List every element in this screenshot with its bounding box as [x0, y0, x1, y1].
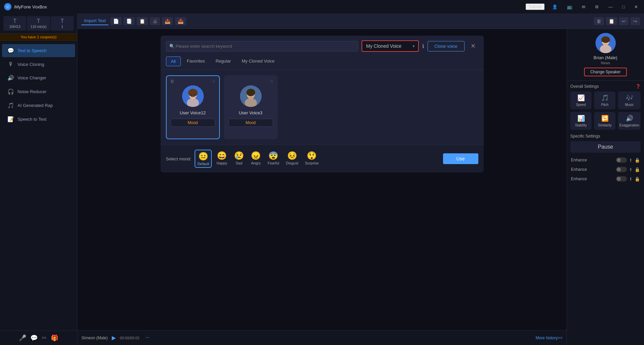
enhance-toggle-3[interactable]: [616, 176, 627, 182]
delete-card-icon-1[interactable]: 🗑: [170, 79, 174, 84]
nav-label-voice-cloning: Voice Cloning: [18, 62, 44, 67]
settings-pitch[interactable]: 🎵 Pitch: [594, 91, 615, 109]
waveform-icon: 〰: [145, 336, 149, 340]
tab-favorites[interactable]: Favorites: [182, 56, 209, 66]
use-button[interactable]: Use: [443, 153, 478, 164]
settings-music[interactable]: 🎶 Music: [618, 91, 641, 109]
mail-icon[interactable]: ✉: [580, 4, 587, 10]
dialog-header: 🔍 My Cloned Voice All Favorites Regular: [161, 36, 484, 56]
mood-fearful[interactable]: 😨 Fearful: [266, 150, 281, 168]
sidebar-item-text-to-speech[interactable]: 💬 Text to Speech: [2, 44, 75, 57]
titlebar-right: Tutorial 👤 📺 ✉ ⚙ — □ ✕: [526, 3, 640, 10]
titlebar: i iMyFone VoxBox Tutorial 👤 📺 ✉ ⚙ — □ ✕: [0, 0, 644, 13]
minutes-icon: T: [37, 18, 40, 24]
mood-sad[interactable]: 😢 Sad: [232, 150, 246, 168]
tutorial-button[interactable]: Tutorial: [526, 3, 545, 10]
toolbar-delete-btn[interactable]: 🗑: [594, 17, 604, 25]
caption-icon[interactable]: 💬: [30, 334, 38, 342]
toolbar-btn-4[interactable]: 🖨: [150, 17, 160, 25]
enhance-lock-icon-3[interactable]: 🔒: [635, 177, 640, 182]
tab-all[interactable]: All: [166, 56, 181, 66]
import-text-tab[interactable]: Import Text: [81, 17, 108, 25]
dialog-tabs: All Favorites Regular My Cloned Voice: [161, 56, 484, 70]
mood-disgust[interactable]: 😣 Disgust: [284, 150, 300, 168]
editor-area[interactable]: 🔍 My Cloned Voice All Favorites Regular: [77, 29, 567, 330]
main-layout: T 106413 T 116 min(s) T 1 You have 1 cou…: [0, 13, 644, 345]
clone-voice-button[interactable]: Clone voice: [428, 41, 465, 51]
help-icon[interactable]: ❓: [636, 84, 641, 89]
mic-icon[interactable]: 🎤: [19, 334, 26, 342]
svg-point-16: [600, 45, 611, 53]
enhance-lock-icon-1[interactable]: 🔒: [635, 158, 640, 163]
sidebar-item-noise-reducer[interactable]: 🎧 Noise Reducer: [2, 85, 75, 98]
mood-items: 😐 Default 😄 Happy 😢 S: [195, 150, 439, 168]
toolbar-btn-6[interactable]: 📥: [175, 17, 186, 25]
toolbar-btn-3[interactable]: 📋: [137, 17, 148, 25]
change-speaker-button[interactable]: Change Speaker: [584, 68, 626, 76]
voice-type-dropdown[interactable]: My Cloned Voice All Favorites Regular: [362, 40, 419, 52]
tab-regular[interactable]: Regular: [211, 56, 236, 66]
nav-label-ai-rap: AI Generated Rap: [18, 103, 53, 108]
favorite-icon-1[interactable]: ☆: [212, 79, 216, 84]
sidebar-item-ai-rap[interactable]: 🎵 AI Generated Rap: [2, 99, 75, 112]
mood-surprise[interactable]: 😲 Surprise: [303, 150, 321, 168]
enhance-toggle-1[interactable]: [616, 157, 627, 163]
enhance-upload-icon-1[interactable]: ⬆: [629, 158, 633, 163]
sidebar-item-speech-to-text[interactable]: 📝 Speech to Text: [2, 113, 75, 126]
toolbar-btn-1[interactable]: 📄: [110, 17, 122, 25]
enhance-lock-icon-2[interactable]: 🔒: [635, 167, 640, 172]
settings-speed[interactable]: 📈 Speed: [570, 91, 591, 109]
close-button[interactable]: ✕: [632, 4, 640, 10]
cut-icon[interactable]: ✂: [42, 334, 47, 342]
time-display: 00:00/00:02: [120, 336, 139, 340]
stability-label: Stability: [575, 123, 587, 127]
nav-label-speech-to-text: Speech to Text: [18, 117, 46, 122]
info-icon[interactable]: ℹ: [422, 43, 424, 49]
screen-icon[interactable]: 📺: [565, 4, 574, 10]
toolbar-redo-btn[interactable]: ↪: [631, 17, 640, 25]
close-dialog-button[interactable]: ✕: [468, 41, 478, 51]
voice-card-2[interactable]: 🗑 ☆: [224, 75, 278, 139]
enhance-icons-2: ⬆ 🔒: [616, 167, 640, 172]
sidebar-item-voice-changer[interactable]: 🔊 Voice Changer: [2, 71, 75, 84]
enhance-upload-icon-3[interactable]: ⬆: [629, 177, 633, 182]
settings-stability[interactable]: 📊 Stability: [570, 112, 591, 130]
svg-point-11: [246, 89, 255, 96]
svg-point-5: [188, 89, 198, 97]
bottom-bar: Simeon (Male) ▶ 00:00/00:02 〰 More histo…: [77, 330, 567, 345]
mood-angry[interactable]: 😠 Angry: [249, 150, 263, 168]
toolbar-copy-btn[interactable]: 📋: [606, 17, 617, 25]
music-label: Music: [625, 103, 634, 107]
enhance-toggle-2[interactable]: [616, 167, 627, 172]
count-value: 1: [61, 25, 63, 29]
speaker-tag: News: [601, 61, 610, 65]
settings-exaggeration[interactable]: 🔊 Exaggeration: [618, 112, 641, 130]
favorite-icon-2[interactable]: ☆: [270, 79, 274, 85]
mood-sad-emoji: 😢: [234, 151, 244, 160]
tab-my-cloned-voice[interactable]: My Cloned Voice: [237, 56, 279, 66]
toolbar-btn-2[interactable]: 📑: [124, 17, 135, 25]
toolbar-undo-btn[interactable]: ↩: [619, 17, 629, 25]
mood-happy[interactable]: 😄 Happy: [214, 150, 229, 168]
voice-card-1[interactable]: 🗑 ☆: [166, 75, 220, 139]
search-input[interactable]: [166, 41, 358, 51]
settings-similarity[interactable]: 🔁 Similarity: [594, 112, 615, 130]
mood-tag-2[interactable]: Mood: [229, 119, 273, 127]
toolbar-btn-5[interactable]: 📤: [162, 17, 173, 25]
play-button[interactable]: ▶: [112, 335, 116, 341]
minimize-button[interactable]: —: [606, 4, 615, 10]
app-icon: i: [4, 3, 11, 10]
enhance-upload-icon-2[interactable]: ⬆: [629, 167, 633, 172]
sidebar-item-voice-cloning[interactable]: 🎙 Voice Cloning: [2, 58, 75, 71]
settings-grid: 📈 Speed 🎵 Pitch 🎶 Music 📊: [570, 91, 641, 130]
mood-default[interactable]: 😐 Default: [195, 150, 212, 168]
mood-tag-1[interactable]: Mood: [171, 119, 215, 127]
more-history-link[interactable]: More history>>: [536, 336, 563, 340]
pause-setting[interactable]: Pause: [570, 141, 641, 153]
settings-icon[interactable]: ⚙: [593, 4, 601, 10]
user-icon[interactable]: 👤: [550, 4, 560, 10]
sidebar-nav: 💬 Text to Speech 🎙 Voice Cloning 🔊 Voice…: [0, 41, 77, 331]
search-icon: 🔍: [169, 44, 175, 49]
maximize-button[interactable]: □: [620, 4, 627, 10]
gift-icon[interactable]: 🎁: [51, 334, 58, 342]
